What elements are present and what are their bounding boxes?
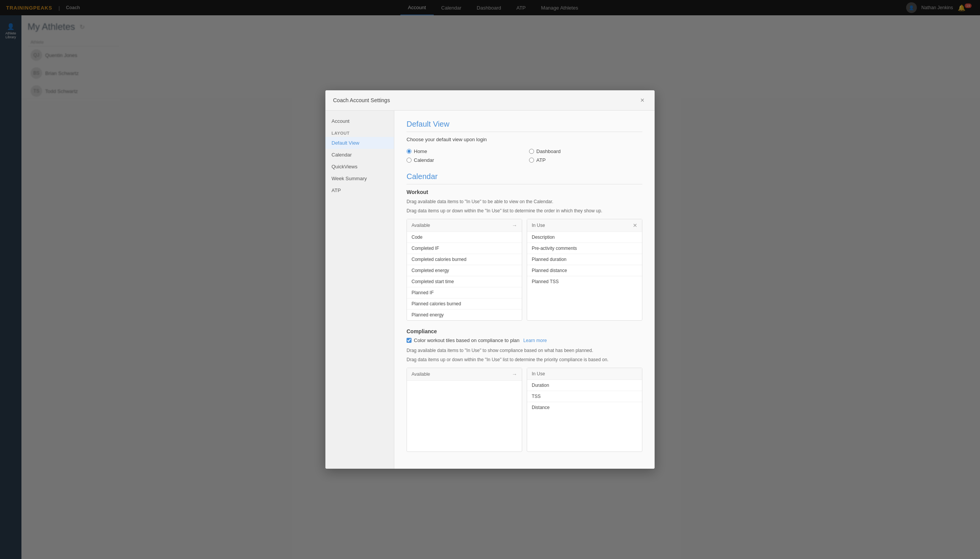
radio-home-label: Home	[414, 149, 427, 154]
workout-inuse-label: In Use	[532, 223, 545, 228]
list-item[interactable]: Planned calories burned	[407, 298, 522, 309]
workout-desc1: Drag available data items to "In Use" to…	[407, 198, 642, 205]
workout-inuse-header: In Use ✕	[527, 219, 642, 232]
radio-atp-label: ATP	[536, 157, 546, 163]
default-view-radio-group: Home Dashboard Calendar ATP	[407, 149, 642, 163]
list-item[interactable]: Completed calories burned	[407, 254, 522, 265]
modal-close-button[interactable]: ×	[638, 96, 647, 105]
arrow-right-icon: →	[512, 222, 517, 228]
workout-available-label: Available	[412, 223, 430, 228]
learn-more-link[interactable]: Learn more	[523, 338, 547, 343]
modal-nav-week-summary[interactable]: Week Summary	[325, 172, 394, 184]
list-item[interactable]: Completed IF	[407, 243, 522, 254]
list-item[interactable]: Completed energy	[407, 265, 522, 276]
radio-dashboard-input[interactable]	[529, 149, 534, 154]
list-item[interactable]: Planned energy	[407, 309, 522, 320]
modal-overlay[interactable]: Coach Account Settings × Account Layout …	[0, 0, 980, 559]
modal-nav-default-view[interactable]: Default View	[325, 137, 394, 149]
compliance-inuse-label: In Use	[532, 371, 545, 377]
default-view-title: Default View	[407, 120, 642, 132]
arrow-right-icon: →	[512, 371, 517, 377]
compliance-available-label: Available	[412, 372, 430, 377]
modal-title: Coach Account Settings	[333, 97, 390, 103]
compliance-checkbox-input[interactable]	[407, 338, 412, 343]
compliance-checkbox-label: Color workout tiles based on compliance …	[414, 337, 520, 343]
default-view-section: Default View Choose your default view up…	[407, 120, 642, 163]
compliance-available-list: Available →	[407, 368, 522, 452]
radio-atp[interactable]: ATP	[529, 157, 642, 163]
list-item[interactable]: Distance	[527, 402, 642, 413]
list-item[interactable]: Pre-activity comments	[527, 243, 642, 254]
compliance-title: Compliance	[407, 328, 642, 334]
calendar-title: Calendar	[407, 172, 642, 184]
default-view-subtitle: Choose your default view upon login	[407, 137, 642, 142]
calendar-section: Calendar Workout Drag available data ite…	[407, 172, 642, 452]
compliance-section: Compliance Color workout tiles based on …	[407, 328, 642, 452]
list-item[interactable]: Planned IF	[407, 287, 522, 298]
list-item[interactable]: Duration	[527, 380, 642, 391]
workout-drag-container: Available → Code Completed IF Completed …	[407, 219, 642, 321]
modal-nav-quickviews[interactable]: QuickViews	[325, 161, 394, 172]
list-item[interactable]: Planned distance	[527, 265, 642, 276]
radio-calendar-label: Calendar	[414, 157, 434, 163]
modal-sidebar-nav: Account Layout Default View Calendar Qui…	[325, 111, 394, 469]
radio-home-input[interactable]	[407, 149, 412, 154]
workout-inuse-list: In Use ✕ Description Pre-activity commen…	[527, 219, 642, 321]
compliance-available-header: Available →	[407, 368, 522, 381]
workout-title: Workout	[407, 189, 642, 195]
compliance-inuse-list: In Use Duration TSS Distance	[527, 368, 642, 452]
radio-atp-input[interactable]	[529, 158, 534, 163]
compliance-desc2: Drag data items up or down within the "I…	[407, 356, 642, 363]
list-item[interactable]: Planned TSS	[527, 276, 642, 287]
modal-header: Coach Account Settings ×	[325, 90, 655, 111]
list-item[interactable]: Code	[407, 232, 522, 243]
modal: Coach Account Settings × Account Layout …	[325, 90, 655, 469]
workout-section: Workout Drag available data items to "In…	[407, 189, 642, 321]
radio-dashboard[interactable]: Dashboard	[529, 149, 642, 154]
list-item[interactable]: Completed start time	[407, 276, 522, 287]
modal-nav-account[interactable]: Account	[325, 115, 394, 127]
modal-nav-atp[interactable]: ATP	[325, 184, 394, 196]
list-item[interactable]: Description	[527, 232, 642, 243]
list-item[interactable]: TSS	[527, 391, 642, 402]
workout-available-list: Available → Code Completed IF Completed …	[407, 219, 522, 321]
radio-home[interactable]: Home	[407, 149, 520, 154]
modal-nav-layout-section: Layout	[325, 127, 394, 137]
compliance-drag-container: Available → In Use Duration TSS	[407, 368, 642, 452]
modal-body: Account Layout Default View Calendar Qui…	[325, 111, 655, 469]
compliance-desc1: Drag available data items to "In Use" to…	[407, 347, 642, 354]
list-item[interactable]: Planned duration	[527, 254, 642, 265]
modal-nav-calendar[interactable]: Calendar	[325, 149, 394, 161]
workout-desc2: Drag data items up or down within the "I…	[407, 207, 642, 214]
clear-icon[interactable]: ✕	[633, 222, 637, 228]
radio-calendar-input[interactable]	[407, 158, 412, 163]
modal-main-content: Default View Choose your default view up…	[394, 111, 655, 469]
compliance-checkbox-row: Color workout tiles based on compliance …	[407, 337, 642, 343]
radio-calendar[interactable]: Calendar	[407, 157, 520, 163]
compliance-inuse-header: In Use	[527, 368, 642, 380]
radio-dashboard-label: Dashboard	[536, 149, 561, 154]
workout-available-header: Available →	[407, 219, 522, 232]
